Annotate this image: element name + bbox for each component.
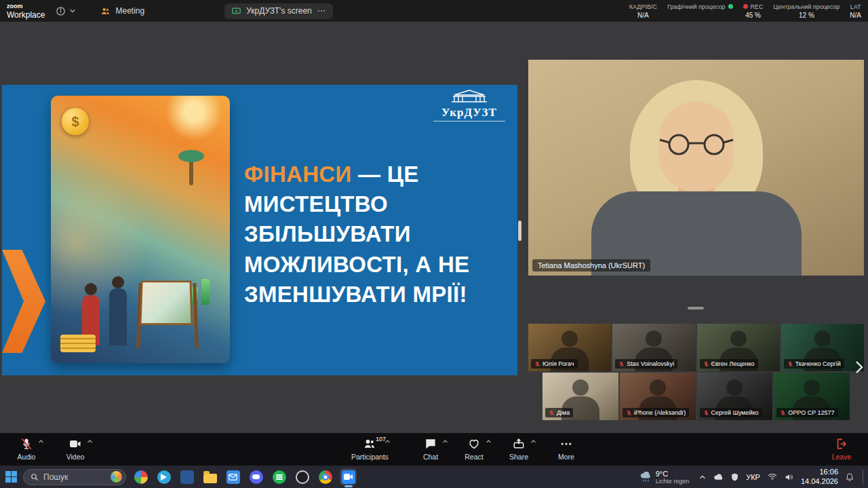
- coin-stack-art: [60, 335, 96, 352]
- muted-mic-icon: [780, 410, 786, 416]
- wifi-icon[interactable]: [768, 473, 777, 481]
- stat-rec-value: 45 %: [745, 12, 761, 19]
- share-options-chevron[interactable]: [530, 439, 536, 444]
- chat-icon: [424, 437, 437, 451]
- react-button[interactable]: React: [458, 437, 490, 461]
- leave-icon: [835, 437, 848, 451]
- gallery-row-1: Юлія Рогач Stas Voinalovskyi Євген Лещен…: [528, 324, 864, 371]
- stat-lat-value: N/A: [850, 12, 861, 19]
- telegram-app-icon[interactable]: [155, 468, 172, 485]
- participant-name: Stas Voinalovskyi: [627, 360, 674, 367]
- muted-mic-icon: [549, 410, 555, 416]
- weather-desc: Lichte regen: [656, 478, 690, 485]
- participant-gallery: Юлія Рогач Stas Voinalovskyi Євген Лещен…: [528, 324, 864, 420]
- participants-icon: [363, 437, 376, 451]
- tab-shared-screen[interactable]: УкрДУЗТ's screen: [224, 3, 333, 19]
- more-button[interactable]: More: [551, 437, 582, 461]
- taskbar-search[interactable]: Пошук: [23, 469, 126, 485]
- chevron-right-icon: [855, 360, 863, 374]
- shared-screen-slide: УкрДУЗТ $ ФІНАНСИ — ЦЕ МИСТЕЦТВО ЗБІЛЬШУ…: [2, 85, 517, 375]
- university-building-icon: [449, 88, 490, 103]
- stat-lat: LAT N/A: [850, 3, 861, 19]
- audio-options-chevron[interactable]: [38, 439, 44, 444]
- onedrive-cloud-icon[interactable]: [713, 474, 724, 481]
- meeting-info-button[interactable]: [56, 6, 76, 16]
- language-indicator[interactable]: УКР: [746, 473, 760, 481]
- share-screen-icon: [512, 437, 526, 451]
- video-label: Video: [66, 453, 85, 461]
- chat-label: Chat: [423, 453, 438, 461]
- weather-widget[interactable]: 9°C Lichte regen: [639, 470, 690, 485]
- gallery-next-button[interactable]: [853, 358, 865, 376]
- chevron-down-icon: [69, 7, 76, 14]
- show-desktop-button[interactable]: [863, 470, 865, 485]
- stat-gpu-label: Графічний процесор: [667, 3, 726, 10]
- notification-bell-icon[interactable]: [846, 472, 854, 481]
- participant-tile[interactable]: Юлія Рогач: [528, 324, 611, 371]
- participants-options-chevron[interactable]: [384, 439, 391, 444]
- participant-name: Ткаченко Сергій: [795, 360, 841, 367]
- participant-name-tag: iPhone (Aleksandr): [623, 408, 690, 417]
- slide-title-highlight: ФІНАНСИ: [244, 162, 351, 187]
- word-app-icon[interactable]: [178, 468, 195, 485]
- speaker-name-tag: Tetiana Mashoshyna (UkrSURT): [532, 259, 650, 271]
- participant-tile[interactable]: Ткаченко Сергій: [781, 324, 864, 371]
- gallery-resize-handle[interactable]: [688, 307, 704, 309]
- participants-button[interactable]: 107 Participants: [351, 437, 389, 461]
- stat-gpu: Графічний процесор: [667, 3, 733, 12]
- tab-options-icon[interactable]: [317, 6, 326, 16]
- participant-name: Сергей Шумейко: [711, 409, 759, 416]
- participant-name-tag: OPPO CP 12577: [776, 408, 837, 417]
- tab-meeting[interactable]: Meeting: [94, 3, 151, 19]
- share-button[interactable]: Share: [503, 437, 534, 461]
- chat-button[interactable]: Chat: [415, 437, 446, 461]
- main-speaker-video[interactable]: Tetiana Mashoshyna (UkrSURT): [528, 60, 864, 276]
- easel-art: [136, 283, 199, 348]
- shield-security-icon[interactable]: [731, 473, 738, 481]
- share-label: Share: [509, 453, 528, 461]
- zoom-meeting-window: zoom Workplace Meeting УкрДУЗТ's screen …: [0, 0, 868, 488]
- participant-tile[interactable]: Євген Лещенко: [697, 324, 780, 371]
- video-options-chevron[interactable]: [87, 439, 93, 444]
- scrollbar-thumb[interactable]: [518, 221, 521, 241]
- stat-rec: REC 45 %: [743, 3, 764, 19]
- mail-app-icon[interactable]: [224, 468, 241, 485]
- leave-button[interactable]: Leave: [826, 437, 857, 461]
- windows-taskbar: Пошук 9°C Lichte regen: [0, 466, 868, 488]
- muted-mic-icon: [534, 361, 540, 367]
- participant-tile[interactable]: Stas Voinalovskyi: [612, 324, 695, 371]
- participant-name: OPPO CP 12577: [788, 409, 834, 416]
- taskbar-clock[interactable]: 16:06 14.04.2026: [801, 468, 838, 487]
- hidden-icons-chevron[interactable]: [699, 474, 706, 480]
- participant-name-tag: Євген Лещенко: [700, 359, 758, 369]
- gpu-status-dot: [728, 4, 733, 9]
- discord-app-icon[interactable]: [248, 468, 264, 485]
- camera-icon: [68, 437, 82, 451]
- obs-app-icon[interactable]: [294, 468, 311, 485]
- stat-cpu-value: 12 %: [799, 12, 814, 19]
- react-options-chevron[interactable]: [486, 439, 492, 444]
- spotify-app-icon[interactable]: [271, 468, 288, 485]
- chrome-app-icon[interactable]: [317, 468, 334, 485]
- zoom-app-icon[interactable]: [340, 468, 357, 485]
- dollar-coin-art: $: [62, 108, 89, 135]
- audio-button[interactable]: Audio: [11, 437, 42, 461]
- file-explorer-icon[interactable]: [201, 468, 218, 485]
- search-highlight-icon[interactable]: [111, 471, 122, 483]
- chat-options-chevron[interactable]: [442, 439, 448, 444]
- participant-tile[interactable]: OPPO CP 12577: [774, 373, 850, 420]
- weather-temp: 9°C: [656, 470, 690, 478]
- slide-illustration: $: [51, 96, 230, 363]
- participant-tile[interactable]: iPhone (Aleksandr): [620, 373, 696, 420]
- rec-dot-icon: [743, 4, 748, 9]
- muted-mic-icon: [787, 361, 793, 367]
- photos-app-icon[interactable]: [132, 468, 149, 485]
- participants-label: Participants: [351, 453, 389, 461]
- video-button[interactable]: Video: [60, 437, 91, 461]
- participant-tile[interactable]: Діма: [542, 373, 618, 420]
- speaker-glasses: [657, 133, 736, 156]
- participant-tile[interactable]: Сергей Шумейко: [697, 373, 773, 420]
- start-button[interactable]: [5, 471, 17, 483]
- volume-icon[interactable]: [785, 473, 793, 481]
- screen-share-icon: [231, 6, 241, 16]
